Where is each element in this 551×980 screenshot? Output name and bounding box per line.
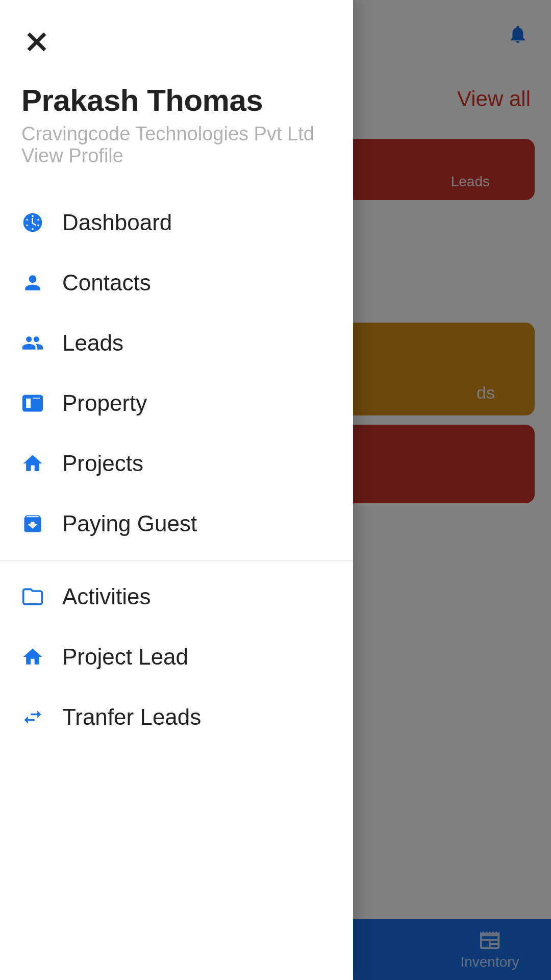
profile-section[interactable]: Prakash Thomas Cravingcode Technologies …	[0, 0, 353, 192]
nav-label: Property	[62, 390, 147, 416]
home-icon	[21, 646, 44, 668]
svg-point-3	[26, 219, 28, 221]
nav-item-contacts[interactable]: Contacts	[0, 253, 353, 313]
nav-section-1: Dashboard Contacts Leads Property Projec…	[0, 192, 353, 554]
nav-label: Projects	[62, 451, 143, 476]
nav-section-2: Activities Project Lead Tranfer Leads	[0, 567, 353, 747]
profile-name: Prakash Thomas	[21, 83, 332, 118]
person-icon	[21, 272, 44, 294]
newspaper-icon	[21, 392, 44, 414]
transfer-icon	[21, 706, 44, 728]
nav-label: Tranfer Leads	[62, 704, 201, 730]
nav-label: Paying Guest	[62, 511, 197, 536]
close-icon	[24, 30, 49, 54]
nav-label: Dashboard	[62, 210, 172, 235]
svg-point-7	[32, 215, 34, 217]
close-drawer-button[interactable]	[22, 28, 51, 56]
nav-item-paying-guest[interactable]: Paying Guest	[0, 494, 353, 554]
nav-divider	[0, 560, 353, 560]
nav-item-activities[interactable]: Activities	[0, 567, 353, 627]
svg-point-5	[26, 225, 28, 227]
nav-label: Project Lead	[62, 644, 188, 670]
archive-icon	[21, 512, 44, 535]
clock-icon	[21, 211, 44, 234]
nav-label: Activities	[62, 584, 151, 609]
nav-item-project-lead[interactable]: Project Lead	[0, 627, 353, 687]
nav-item-transfer-leads[interactable]: Tranfer Leads	[0, 687, 353, 747]
nav-drawer: Prakash Thomas Cravingcode Technologies …	[0, 0, 353, 980]
profile-company: Cravingcode Technologies Pvt Ltd	[21, 123, 332, 145]
nav-label: Leads	[62, 330, 123, 356]
folder-icon	[21, 585, 44, 608]
people-icon	[21, 332, 44, 354]
nav-item-leads[interactable]: Leads	[0, 313, 353, 373]
svg-point-8	[32, 228, 34, 230]
svg-point-4	[37, 219, 39, 221]
nav-label: Contacts	[62, 270, 151, 296]
view-profile-link[interactable]: View Profile	[21, 145, 332, 167]
svg-point-6	[37, 225, 39, 227]
nav-item-property[interactable]: Property	[0, 373, 353, 433]
nav-item-dashboard[interactable]: Dashboard	[0, 192, 353, 253]
home-icon	[21, 452, 44, 475]
nav-item-projects[interactable]: Projects	[0, 433, 353, 494]
